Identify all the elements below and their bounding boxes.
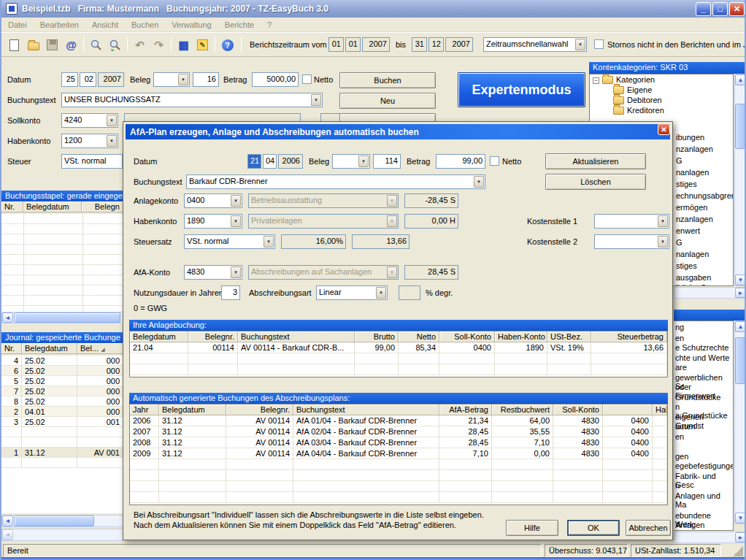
list-item[interactable]: are <box>675 363 687 372</box>
period-to-year[interactable]: 2007 <box>445 37 473 52</box>
tree-item-kategorien[interactable]: −Kategorien <box>590 74 733 85</box>
table-row[interactable]: 21.04 <box>130 342 188 353</box>
tree-item-eigene[interactable]: Eigene <box>590 85 733 95</box>
journal-col-beleg[interactable]: Bel... ◢ <box>77 343 123 354</box>
datum-year-field[interactable]: 2007 <box>98 72 124 87</box>
netto-checkbox[interactable] <box>302 74 312 84</box>
email-at-icon[interactable]: @ <box>63 37 80 53</box>
journal-col-nr[interactable]: Nr. <box>1 343 22 354</box>
abbrechen-button[interactable]: Abbrechen <box>626 520 671 536</box>
search-icon[interactable] <box>88 37 104 53</box>
beleg-combo[interactable]: ▼ <box>153 72 190 87</box>
tree-item-partial[interactable]: G <box>676 156 682 165</box>
neu-button[interactable]: Neu <box>339 93 436 109</box>
scroll-thumb[interactable] <box>735 104 746 149</box>
tree-item-partial[interactable]: nzanlagen <box>676 215 713 223</box>
resize-grip[interactable] <box>733 546 743 556</box>
tree-item-partial[interactable]: ibliche Steuern <box>676 283 729 286</box>
help-icon[interactable]: ? <box>219 37 236 53</box>
scroll-left-icon[interactable]: ◄ <box>2 312 13 323</box>
accounts2-hscrollbar[interactable]: ► <box>674 532 746 543</box>
table-row[interactable]: 2009 <box>130 448 159 459</box>
save-icon[interactable] <box>44 37 61 53</box>
table-row[interactable]: 2006 <box>130 415 159 426</box>
period-to-day[interactable]: 31 <box>412 37 427 52</box>
journal-hscrollbar-2[interactable]: ◄ <box>1 529 123 541</box>
redo-icon[interactable]: ↷ <box>150 37 167 53</box>
stack-hscrollbar[interactable]: ◄ <box>1 312 123 323</box>
scroll-right-icon[interactable]: ► <box>735 288 746 298</box>
dlg-datum-month-field[interactable]: 04 <box>263 154 277 169</box>
collapse-icon[interactable]: − <box>593 77 599 84</box>
tree-item-partial[interactable]: nanlagen <box>676 250 709 258</box>
list-item[interactable]: Anlagen und Ma <box>675 491 733 509</box>
stack-col-belegdatum[interactable]: Belegdatum <box>23 202 82 212</box>
tree-item-partial[interactable]: stiges <box>676 180 697 188</box>
buchungstext-combo[interactable]: UNSER BUCHUNGSSATZ▼ <box>61 93 323 107</box>
table-row[interactable]: 2008 <box>130 437 159 448</box>
afakonto-combo[interactable]: 4830▼ <box>184 265 242 280</box>
close-button[interactable]: ✕ <box>729 2 745 16</box>
scroll-left-icon[interactable]: ◄ <box>2 515 13 526</box>
list-item[interactable]: Anlagen <box>675 521 704 529</box>
stornos-checkbox[interactable] <box>594 39 604 49</box>
accounts-hscrollbar[interactable]: ► <box>674 287 746 299</box>
scroll-thumb[interactable] <box>14 312 120 323</box>
menu-bearbeiten[interactable]: Bearbeiten <box>34 20 85 29</box>
tree-item-partial[interactable]: enwert <box>676 226 700 235</box>
stack-col-nr[interactable]: Nr. <box>1 202 23 212</box>
period-to-month[interactable]: 12 <box>428 37 444 52</box>
tree-item-partial[interactable]: stiges <box>676 261 697 270</box>
habenkonto-combo[interactable]: 1200▼ <box>61 134 118 148</box>
scroll-thumb[interactable] <box>735 337 746 384</box>
nutzungsdauer-field[interactable]: 3 <box>221 285 240 300</box>
search-refresh-icon[interactable] <box>107 37 123 53</box>
list-item[interactable]: en <box>675 334 684 342</box>
dlg-beleg-nr-field[interactable]: 114 <box>373 154 401 169</box>
list-item[interactable]: gen <box>675 452 688 461</box>
buchen-button[interactable]: Buchen <box>339 72 436 88</box>
menu-datei[interactable]: Datei <box>1 20 34 29</box>
period-from-day[interactable]: 01 <box>328 37 344 52</box>
scroll-down-icon[interactable]: ▼ <box>735 275 746 285</box>
aktualisieren-button[interactable]: Aktualisieren <box>545 153 646 169</box>
tree-item-partial[interactable]: G <box>676 238 682 247</box>
accounts2-vscrollbar[interactable]: ▲ ▼ <box>734 321 746 524</box>
kostenstelle1-combo[interactable]: ▼ <box>594 214 669 229</box>
ok-button[interactable]: OK <box>567 520 620 536</box>
dlg-habenkonto-combo[interactable]: 1890▼ <box>184 214 242 229</box>
scroll-down-icon[interactable]: ▼ <box>735 513 746 523</box>
anlagekonto-combo[interactable]: 0400▼ <box>184 193 242 208</box>
stack-col-beleg[interactable]: Belegn <box>82 202 123 212</box>
tree-item-partial[interactable]: echnungsabgrer <box>676 191 734 200</box>
list-item[interactable]: n <box>675 481 680 490</box>
undo-icon[interactable]: ↶ <box>131 37 148 53</box>
beleg-nr-field[interactable]: 16 <box>193 72 219 87</box>
open-folder-icon[interactable] <box>25 37 42 53</box>
list-item[interactable]: auten <box>675 422 696 431</box>
datum-day-field[interactable]: 25 <box>61 72 78 87</box>
menu-ansicht[interactable]: Ansicht <box>85 20 125 29</box>
menu-berichte[interactable]: Berichte <box>218 20 261 29</box>
menu-hilfe[interactable]: ? <box>261 20 278 29</box>
new-document-icon[interactable] <box>6 37 23 53</box>
list-item[interactable]: en <box>675 432 684 441</box>
tree-item-kreditoren[interactable]: Kreditoren <box>590 105 733 115</box>
calculator-icon[interactable]: ▦ <box>175 37 192 53</box>
table-row[interactable]: 2007 <box>130 426 159 437</box>
dlg-datum-year-field[interactable]: 2006 <box>278 154 303 169</box>
scroll-left-icon[interactable]: ◄ <box>2 529 13 540</box>
tree-item-partial[interactable]: ausgaben <box>676 273 711 282</box>
period-quickselect-combo[interactable]: Zeitraumschnellanwahl▼ <box>483 37 587 52</box>
dlg-buchungstext-combo[interactable]: Barkauf CDR-Brenner▼ <box>186 174 485 189</box>
scroll-up-icon[interactable]: ▲ <box>735 321 746 332</box>
scroll-right-icon[interactable]: ► <box>735 532 746 542</box>
maximize-button[interactable]: □ <box>712 2 728 16</box>
scroll-up-icon[interactable]: ▲ <box>735 74 746 85</box>
minimize-button[interactable]: _ <box>696 2 711 16</box>
dlg-beleg-combo[interactable]: ▼ <box>332 154 370 169</box>
abschreibungsart-combo[interactable]: Linear▼ <box>316 285 388 300</box>
steuersatz-combo[interactable]: VSt. normal▼ <box>184 234 275 249</box>
steuer-field[interactable]: VSt. normal <box>61 154 123 169</box>
list-item[interactable]: Fabrik- und Gesc <box>675 472 733 489</box>
